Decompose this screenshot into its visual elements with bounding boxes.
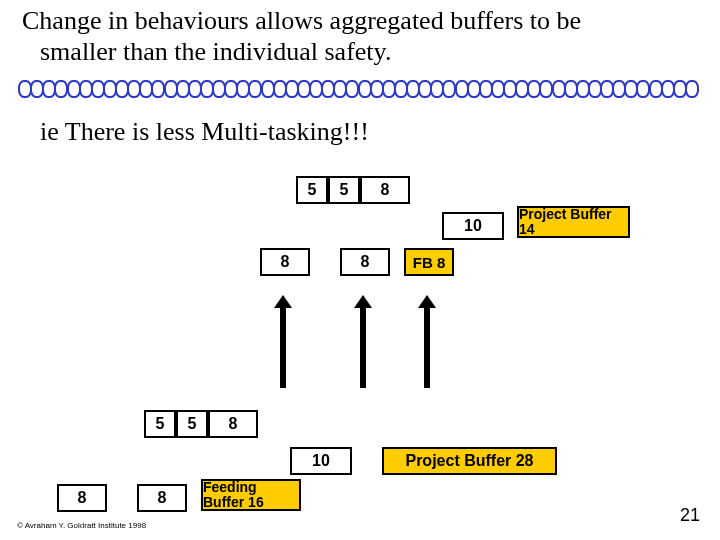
upper-task-cell: 5 (328, 176, 360, 204)
upper-task-cell: 5 (296, 176, 328, 204)
upper-feeding-buffer: FB 8 (404, 248, 454, 276)
arrow-icon (280, 306, 286, 388)
upper-integration-cell: 10 (442, 212, 504, 240)
chain-divider (18, 80, 699, 99)
heading-text: Change in behaviours allows aggregated b… (22, 6, 702, 67)
copyright-text: © Avraham Y. Goldratt Institute 1998 (17, 521, 146, 530)
chain-link-icon (685, 80, 699, 98)
lower-task-cell: 5 (144, 410, 176, 438)
lower-task-cell: 8 (208, 410, 258, 438)
lower-project-buffer: Project Buffer 28 (382, 447, 557, 475)
heading-line2: smaller than the individual safety. (22, 37, 702, 68)
lower-task-cell: 5 (176, 410, 208, 438)
lower-feeding-cell: 8 (137, 484, 187, 512)
upper-feeding-cell: 8 (260, 248, 310, 276)
heading-line1: Change in behaviours allows aggregated b… (22, 6, 581, 35)
arrow-icon (360, 306, 366, 388)
lower-integration-cell: 10 (290, 447, 352, 475)
lower-feeding-cell: 8 (57, 484, 107, 512)
slide-number: 21 (680, 505, 700, 526)
slide: Change in behaviours allows aggregated b… (0, 0, 720, 540)
arrow-icon (424, 306, 430, 388)
upper-project-buffer: Project Buffer 14 (517, 206, 630, 238)
upper-task-cell: 8 (360, 176, 410, 204)
subheading-text: ie There is less Multi-tasking!!! (40, 117, 369, 147)
lower-feeding-buffer: Feeding Buffer 16 (201, 479, 301, 511)
upper-feeding-cell: 8 (340, 248, 390, 276)
